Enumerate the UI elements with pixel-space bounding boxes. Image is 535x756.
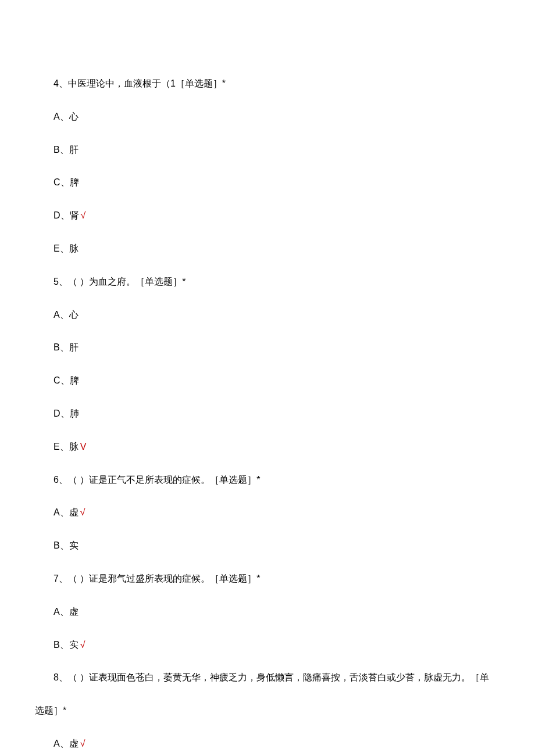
q8-option-a-text: A、虚 <box>54 739 79 748</box>
q8-option-a: A、虚√ <box>35 736 500 753</box>
q4-option-a: A、心 <box>35 109 500 126</box>
q5-option-e-text: E、脉 <box>54 442 79 452</box>
q6-option-b: B、实 <box>35 538 500 554</box>
document-content: 4、中医理论中，血液根于（1［单选题］* A、心 B、肝 C、脾 D、肾√ E、… <box>35 76 500 756</box>
q7-option-b-text: B、实 <box>54 640 79 650</box>
question-8-stem-line1: 8、（ ）证表现面色苍白，萎黄无华，神疲乏力，身低懒言，隐痛喜按，舌淡苔白或少苔… <box>35 669 500 686</box>
q5-option-e: E、脉V <box>35 439 500 456</box>
question-8-stem-line2: 选题］* <box>35 703 500 719</box>
check-icon: √ <box>80 640 85 650</box>
q4-option-d-text: D、肾 <box>54 210 79 220</box>
q5-option-a: A、心 <box>35 307 500 324</box>
question-4-stem: 4、中医理论中，血液根于（1［单选题］* <box>35 76 500 92</box>
question-6-stem: 6、（ ）证是正气不足所表现的症候。［单选题］* <box>35 472 500 489</box>
q7-option-a: A、虚 <box>35 604 500 621</box>
q4-option-c: C、脾 <box>35 174 500 191</box>
check-icon: V <box>80 442 87 452</box>
q6-option-a-text: A、虚 <box>54 507 79 517</box>
check-icon: √ <box>80 739 85 748</box>
q5-option-b: B、肝 <box>35 339 500 356</box>
q6-option-a: A、虚√ <box>35 504 500 521</box>
q4-option-d: D、肾√ <box>35 207 500 224</box>
question-5-stem: 5、（ ）为血之府。［单选题］* <box>35 274 500 291</box>
check-icon: √ <box>81 210 86 220</box>
q7-option-b: B、实√ <box>35 637 500 654</box>
check-icon: √ <box>80 507 85 517</box>
q4-option-e: E、脉 <box>35 241 500 257</box>
question-7-stem: 7、（ ）证是邪气过盛所表现的症候。［单选题］* <box>35 571 500 587</box>
q4-option-b: B、肝 <box>35 142 500 159</box>
q5-option-c: C、脾 <box>35 372 500 389</box>
q5-option-d: D、肺 <box>35 406 500 422</box>
